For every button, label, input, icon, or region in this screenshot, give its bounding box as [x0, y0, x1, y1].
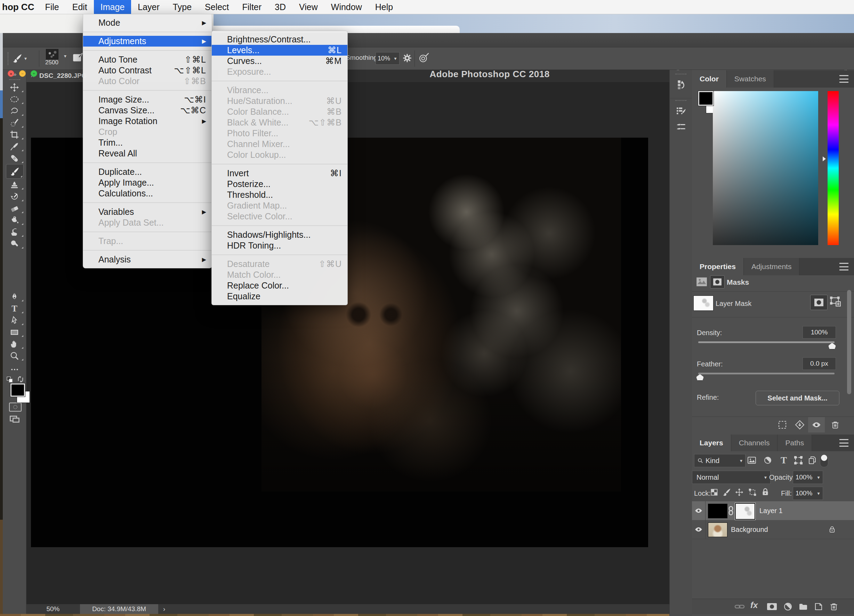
- background-name[interactable]: Background: [731, 526, 768, 534]
- layer1-mask-thumbnail[interactable]: [735, 503, 755, 520]
- spot-healing-tool[interactable]: [3, 152, 26, 164]
- history-brush-tool[interactable]: [3, 191, 26, 202]
- menubar-help[interactable]: Help: [369, 0, 400, 14]
- quick-selection-tool[interactable]: [3, 117, 26, 129]
- menu-item-selective-color[interactable]: Selective Color... ▶: [212, 211, 348, 222]
- hue-slider-pointer-icon[interactable]: [823, 156, 826, 161]
- feather-slider-thumb[interactable]: [696, 374, 704, 381]
- menu-item-replace-color[interactable]: Replace Color... ▶: [212, 280, 348, 291]
- swap-colors-icon[interactable]: [17, 375, 24, 383]
- doc-size-indicator[interactable]: Doc: 34.9M/43.8M: [80, 604, 158, 614]
- filter-smart-objects-icon[interactable]: [807, 455, 817, 465]
- eyedropper-tool[interactable]: [3, 140, 26, 152]
- menu-item-photo-filter[interactable]: Photo Filter... ▶: [212, 128, 348, 139]
- hue-slider-bar[interactable]: [828, 91, 839, 245]
- toggle-brush-panel-icon[interactable]: [72, 52, 84, 63]
- smoothing-value-field[interactable]: 10%: [375, 52, 392, 65]
- mask-link-icon[interactable]: [728, 506, 734, 515]
- menu-item-image-size[interactable]: Image Size... ⌥⌘I ▶: [83, 94, 212, 105]
- new-group-folder-icon[interactable]: [798, 602, 808, 611]
- zoom-level-field[interactable]: 50%: [26, 605, 80, 613]
- tab-layers[interactable]: Layers: [692, 435, 731, 451]
- brush-settings-panel-icon[interactable]: [670, 104, 692, 119]
- layer-style-fx-icon[interactable]: fx: [750, 600, 758, 610]
- density-slider-track[interactable]: [698, 342, 834, 343]
- brush-tool[interactable]: [6, 164, 24, 179]
- mask-properties-icon[interactable]: [710, 275, 724, 288]
- layer1-thumbnail[interactable]: [708, 504, 727, 518]
- menu-item-image-rotation[interactable]: Image Rotation ▶: [83, 116, 212, 127]
- app-menu-photoshop[interactable]: hop CC: [0, 0, 38, 14]
- layer-filtering-toggle[interactable]: [820, 454, 828, 467]
- color-saturation-brightness-box[interactable]: [713, 91, 818, 245]
- brush-tool-preset-icon[interactable]: [12, 53, 22, 63]
- background-thumbnail[interactable]: [708, 523, 727, 537]
- layer-mask-thumbnail[interactable]: [693, 296, 714, 311]
- menu-item-vibrance[interactable]: Vibrance... ▶: [212, 85, 348, 96]
- filter-type-layers-icon[interactable]: T: [779, 455, 788, 465]
- filter-adjustment-layers-icon[interactable]: [763, 455, 773, 465]
- menu-item-invert[interactable]: Invert ⌘I ▶: [212, 168, 348, 179]
- menu-item-gradient-map[interactable]: Gradient Map... ▶: [212, 200, 348, 211]
- fill-dropdown-button[interactable]: ▾: [814, 487, 823, 500]
- feather-value-field[interactable]: 0.0 px: [802, 357, 836, 370]
- menu-item-match-color[interactable]: Match Color... ▶: [212, 270, 348, 280]
- menu-item-auto-tone[interactable]: Auto Tone ⇧⌘L ▶: [83, 54, 212, 65]
- menu-item-posterize[interactable]: Posterize... ▶: [212, 179, 348, 189]
- menubar-type[interactable]: Type: [166, 0, 198, 14]
- color-panel-foreground-chip[interactable]: [698, 91, 714, 106]
- density-value-field[interactable]: 100%: [802, 326, 836, 338]
- lock-artboard-icon[interactable]: [748, 488, 756, 496]
- menubar-file[interactable]: File: [38, 0, 66, 14]
- path-selection-tool[interactable]: [3, 314, 26, 326]
- zoom-window-button[interactable]: +: [30, 70, 37, 77]
- tab-paths[interactable]: Paths: [778, 435, 812, 451]
- feather-slider-track[interactable]: [698, 373, 834, 374]
- menubar-edit[interactable]: Edit: [66, 0, 94, 14]
- smudge-tool[interactable]: [3, 226, 26, 238]
- toolbar-grip[interactable]: [9, 79, 20, 80]
- filter-pixel-layers-icon[interactable]: [747, 455, 756, 465]
- brush-picker-chevron-icon[interactable]: ▾: [64, 53, 66, 59]
- layer-filter-kind-dropdown[interactable]: Kind ▾: [694, 454, 746, 467]
- smoothing-dropdown-button[interactable]: ▾: [392, 52, 400, 65]
- menubar-window[interactable]: Window: [325, 0, 369, 14]
- menubar-layer[interactable]: Layer: [131, 0, 166, 14]
- layer-row-background[interactable]: Background: [692, 520, 854, 539]
- mask-visibility-toggle[interactable]: [808, 417, 825, 433]
- layer1-visibility-toggle[interactable]: [692, 501, 706, 520]
- foreground-color-chip[interactable]: [11, 383, 25, 396]
- edit-toolbar-ellipsis[interactable]: [3, 364, 26, 375]
- hand-tool[interactable]: [3, 338, 26, 350]
- brush-preset-chevron-icon[interactable]: ▾: [24, 56, 27, 61]
- tab-channels[interactable]: Channels: [731, 435, 778, 451]
- add-layer-mask-icon[interactable]: [766, 602, 778, 611]
- marquee-tool[interactable]: [3, 93, 26, 105]
- paint-bucket-tool[interactable]: [3, 214, 26, 226]
- add-vector-mask-icon[interactable]: [830, 296, 841, 307]
- default-colors-icon[interactable]: [6, 376, 13, 383]
- background-visibility-toggle[interactable]: [692, 520, 706, 539]
- options-grip[interactable]: [8, 52, 10, 65]
- menu-item-hue-saturation[interactable]: Hue/Saturation... ⌘U ▶: [212, 96, 348, 107]
- color-panel-menu-icon[interactable]: [839, 75, 848, 83]
- tab-color[interactable]: Color: [692, 70, 727, 88]
- brush-size-value[interactable]: 2500: [41, 59, 63, 66]
- menu-item-channel-mixer[interactable]: Channel Mixer... ▶: [212, 139, 348, 149]
- menu-item-equalize[interactable]: Equalize ▶: [212, 291, 348, 302]
- opacity-value-field[interactable]: 100%: [793, 471, 815, 484]
- menu-item-color-balance[interactable]: Color Balance... ⌘B ▶: [212, 107, 348, 117]
- brush-preset-thumbnail[interactable]: [46, 49, 58, 59]
- screen-mode-button[interactable]: [9, 414, 20, 424]
- fill-value-field[interactable]: 100%: [793, 487, 815, 500]
- pen-tool[interactable]: [3, 291, 26, 302]
- move-tool[interactable]: [3, 81, 26, 93]
- link-layers-icon[interactable]: [734, 602, 745, 611]
- menu-item-color-lookup[interactable]: Color Lookup... ▶: [212, 149, 348, 160]
- menu-item-desaturate[interactable]: Desaturate ⇧⌘U ▶: [212, 259, 348, 270]
- tab-swatches[interactable]: Swatches: [727, 70, 774, 88]
- zoom-tool[interactable]: [3, 350, 26, 361]
- menu-item-crop[interactable]: Crop ▶: [83, 127, 212, 137]
- select-mask-button-icon[interactable]: [810, 295, 828, 310]
- lock-paint-icon[interactable]: [723, 488, 731, 496]
